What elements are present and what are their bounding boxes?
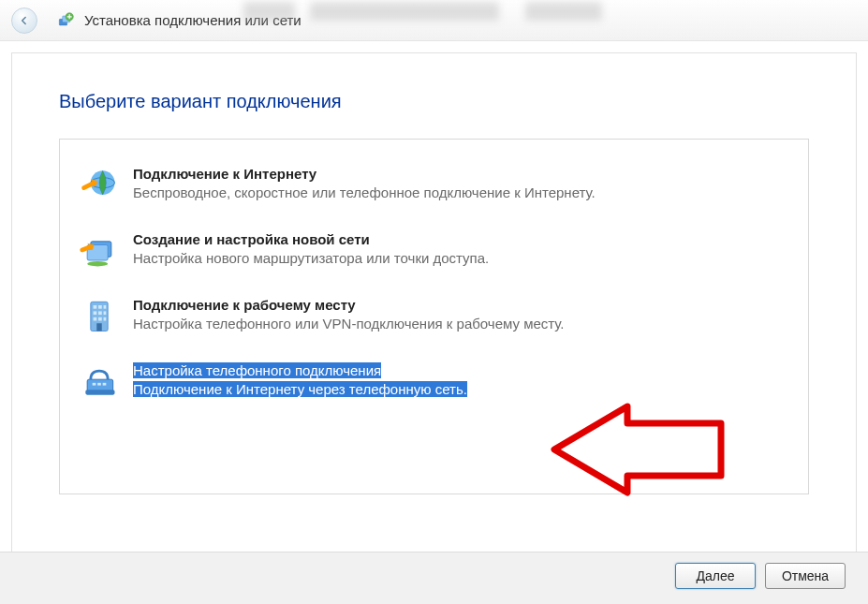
svg-rect-15 xyxy=(98,311,102,315)
globe-connect-icon xyxy=(79,164,120,205)
blurred-background-text xyxy=(243,2,756,21)
dialog-heading: Выберите вариант подключения xyxy=(59,91,809,112)
option-title: Подключение к рабочему месту xyxy=(133,297,356,313)
option-subtitle: Подключение к Интернету через телефонную… xyxy=(133,381,467,397)
svg-rect-13 xyxy=(104,305,107,309)
app-icon xyxy=(56,11,75,30)
option-text-workplace: Подключение к рабочему месту Настройка т… xyxy=(133,295,789,334)
connection-options-list: Подключение к Интернету Беспроводное, ск… xyxy=(59,139,809,494)
wizard-window: Установка подключения или сети Выберите … xyxy=(0,0,868,604)
option-internet-connection[interactable]: Подключение к Интернету Беспроводное, ск… xyxy=(75,156,793,213)
option-text-internet: Подключение к Интернету Беспроводное, ск… xyxy=(133,164,789,203)
phone-modem-icon xyxy=(79,361,120,402)
option-subtitle: Настройка телефонного или VPN-подключени… xyxy=(133,315,789,333)
option-text-dialup: Настройка телефонного подключения Подклю… xyxy=(133,361,789,400)
back-arrow-icon xyxy=(18,14,31,27)
office-building-icon xyxy=(79,295,120,336)
dialog-content: Выберите вариант подключения Подключ xyxy=(11,52,857,555)
svg-rect-25 xyxy=(103,383,107,386)
next-button[interactable]: Далее xyxy=(675,563,756,589)
router-setup-icon xyxy=(79,229,120,271)
svg-rect-11 xyxy=(94,305,97,309)
svg-rect-14 xyxy=(94,311,97,315)
option-workplace-connection[interactable]: Подключение к рабочему месту Настройка т… xyxy=(75,287,793,344)
cancel-button[interactable]: Отмена xyxy=(765,563,846,589)
svg-rect-23 xyxy=(93,383,96,386)
svg-rect-20 xyxy=(96,323,102,331)
option-title: Создание и настройка новой сети xyxy=(133,231,370,247)
svg-rect-12 xyxy=(98,305,102,309)
svg-point-9 xyxy=(87,261,108,267)
svg-rect-18 xyxy=(98,317,102,321)
option-text-new-network: Создание и настройка новой сети Настройк… xyxy=(133,229,789,269)
option-dialup-connection[interactable]: Настройка телефонного подключения Подклю… xyxy=(75,353,793,409)
back-button[interactable] xyxy=(11,7,37,34)
option-subtitle: Настройка нового маршрутизатора или точк… xyxy=(133,249,789,268)
option-title: Подключение к Интернету xyxy=(133,166,316,182)
option-new-network[interactable]: Создание и настройка новой сети Настройк… xyxy=(75,222,793,278)
svg-rect-19 xyxy=(104,317,107,321)
button-row: Далее Отмена xyxy=(0,552,868,604)
svg-rect-16 xyxy=(104,311,107,315)
option-title: Настройка телефонного подключения xyxy=(133,362,381,378)
option-subtitle: Беспроводное, скоростное или телефонное … xyxy=(133,184,789,202)
svg-rect-24 xyxy=(97,383,101,386)
dialog-area: Выберите вариант подключения Подключ xyxy=(0,41,868,604)
svg-rect-17 xyxy=(94,317,97,321)
svg-rect-22 xyxy=(85,390,114,395)
